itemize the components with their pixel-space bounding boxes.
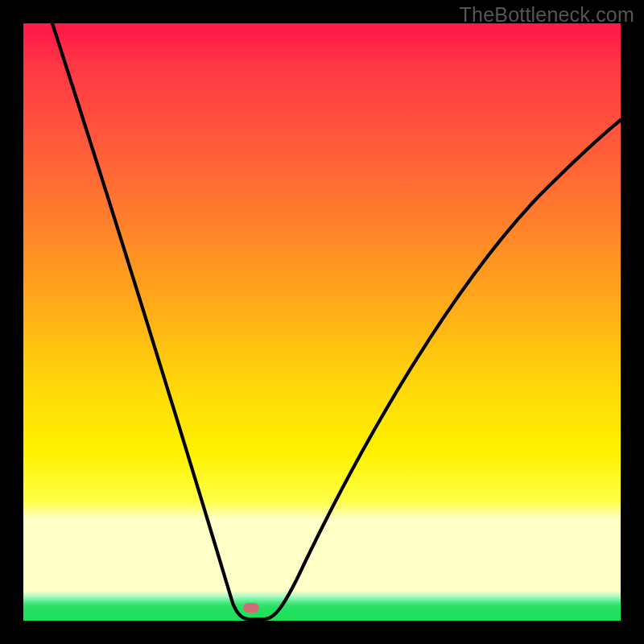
minimum-marker — [243, 603, 259, 613]
bottleneck-curve — [23, 23, 621, 621]
curve-path — [52, 23, 621, 619]
outer-frame: TheBottleneck.com — [0, 0, 644, 644]
plot-area — [23, 23, 621, 621]
